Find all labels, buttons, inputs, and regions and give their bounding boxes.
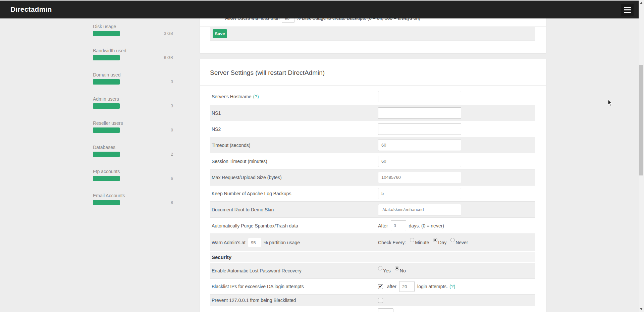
scroll-up-arrow-icon[interactable] xyxy=(640,2,643,4)
row-demo-skin: Document Root to Demo Skin xyxy=(210,201,535,217)
scroll-down-arrow-icon[interactable] xyxy=(640,308,643,310)
radio-label-no[interactable]: No xyxy=(400,268,406,273)
usage-value: 2 xyxy=(171,152,173,157)
usage-value: 8 xyxy=(171,200,173,205)
row-security-header: Security xyxy=(210,252,535,262)
radio-label-never[interactable]: Never xyxy=(455,240,468,245)
prevent-localhost-checkbox[interactable] xyxy=(378,298,383,303)
usage-value: 3 GB xyxy=(164,31,173,36)
help-link[interactable]: (?) xyxy=(253,94,259,99)
row-unblacklist: minutes after the last attempt. (?) xyxy=(210,306,535,312)
settings-rows: Server's Hostname (?) NS1 NS2 Timeout (s… xyxy=(210,89,535,312)
radio-minute[interactable] xyxy=(410,238,414,242)
max-request-input[interactable] xyxy=(378,172,461,183)
demo-skin-input[interactable] xyxy=(378,204,461,215)
session-timeout-input[interactable] xyxy=(378,156,461,167)
unblacklist-minutes-input[interactable] xyxy=(378,308,393,312)
usage-value: 6 xyxy=(171,176,173,181)
ns2-input[interactable] xyxy=(378,123,461,135)
row-session-timeout: Session Timeout (minutes) xyxy=(210,153,535,169)
usage-item-databases: Databases 2 xyxy=(93,144,173,157)
navbar: Directadmin xyxy=(0,0,644,18)
row-label: Document Root to Demo Skin xyxy=(210,207,378,212)
radio-never[interactable] xyxy=(450,238,455,242)
ns1-input[interactable] xyxy=(378,107,461,119)
purge-days-input[interactable] xyxy=(391,220,406,231)
hamburger-icon xyxy=(624,7,631,8)
row-label: Keep Number of Apache Log Backups xyxy=(210,191,378,196)
row-hostname: Server's Hostname (?) xyxy=(210,89,535,105)
usage-bar xyxy=(93,200,120,205)
usage-value: 3 xyxy=(171,104,173,108)
apache-logs-input[interactable] xyxy=(378,188,461,199)
app-title[interactable]: Directadmin xyxy=(10,5,52,13)
sidebar-usage-stats: Disk usage 3 GB Bandwidth used 6 GB Doma… xyxy=(93,23,173,217)
usage-bar xyxy=(93,31,120,36)
help-link[interactable]: (?) xyxy=(449,284,455,289)
check-every-radio-group: Minute Day Never xyxy=(410,240,472,245)
usage-value: 6 GB xyxy=(164,55,173,60)
radio-day[interactable] xyxy=(433,238,437,242)
usage-label: Reseller users xyxy=(93,120,173,126)
usage-label: Domain used xyxy=(93,72,173,78)
warn-percent-input[interactable] xyxy=(248,238,261,247)
row-blacklist-ips: Blacklist IPs for excessive DA login att… xyxy=(210,278,535,294)
blacklist-checkbox[interactable]: ✔ xyxy=(378,284,383,289)
row-label: Blacklist IPs for excessive DA login att… xyxy=(210,284,378,289)
divider xyxy=(200,85,546,86)
usage-label: Ftp accounts xyxy=(93,168,173,174)
usage-item-admins: Admin users 3 xyxy=(93,96,173,109)
hostname-input[interactable] xyxy=(378,91,461,102)
row-prevent-localhost: Prevent 127.0.0.1 from being Blacklisted xyxy=(210,294,535,306)
row-purge-spambox: Automatically Purge Spambox/Trash data A… xyxy=(210,217,535,233)
radio-label-day[interactable]: Day xyxy=(438,240,446,245)
menu-button[interactable] xyxy=(621,4,634,16)
row-label: Timeout (seconds) xyxy=(210,143,378,148)
top-border xyxy=(0,0,644,1)
row-label: Server's Hostname (?) xyxy=(210,94,378,99)
row-lost-password: Enable Automatic Lost Password Recovery … xyxy=(210,263,535,278)
mouse-cursor-icon xyxy=(608,99,613,107)
row-apache-logs: Keep Number of Apache Log Backups xyxy=(210,185,535,201)
hamburger-icon xyxy=(624,9,631,10)
row-label: Warn Admin's at % partition usage xyxy=(210,238,378,247)
usage-label: Disk usage xyxy=(93,23,173,30)
usage-item-domains: Domain used 3 xyxy=(93,72,173,85)
row-label: Automatically Purge Spambox/Trash data xyxy=(210,223,378,228)
save-row: Save xyxy=(210,27,535,41)
radio-yes[interactable] xyxy=(378,266,382,270)
usage-bar xyxy=(93,176,120,181)
row-ns1: NS1 xyxy=(210,105,535,121)
hamburger-icon xyxy=(624,12,631,13)
radio-label-yes[interactable]: Yes xyxy=(383,268,391,273)
usage-label: Databases xyxy=(93,144,173,150)
row-label: Prevent 127.0.0.1 from being Blacklisted xyxy=(210,298,378,303)
row-label: Session Timeout (minutes) xyxy=(210,159,378,164)
usage-value: 0 xyxy=(171,128,173,133)
radio-label-minute[interactable]: Minute xyxy=(415,240,429,245)
row-label: NS2 xyxy=(210,126,378,132)
usage-item-email: Email Accounts 8 xyxy=(93,193,173,205)
timeout-input[interactable] xyxy=(378,140,461,151)
usage-item-ftp: Ftp accounts 6 xyxy=(93,168,173,181)
usage-label: Admin users xyxy=(93,96,173,102)
save-button[interactable]: Save xyxy=(213,29,227,38)
section-title: Server Settings (will restart DirectAdmi… xyxy=(210,69,325,76)
usage-label: Email Accounts xyxy=(93,193,173,199)
scrollbar-thumb[interactable] xyxy=(639,65,643,175)
usage-label: Bandwidth used xyxy=(93,48,173,54)
radio-no[interactable] xyxy=(395,266,399,270)
blacklist-attempts-input[interactable] xyxy=(399,281,415,292)
server-settings-card: Server Settings (will restart DirectAdmi… xyxy=(200,59,546,312)
usage-bar xyxy=(93,55,120,60)
scrollbar[interactable] xyxy=(639,0,644,312)
usage-bar xyxy=(93,79,120,85)
check-every-label: Check Every: xyxy=(378,240,406,245)
usage-bar xyxy=(93,127,120,133)
row-max-request: Max Request/Upload Size (bytes) xyxy=(210,169,535,185)
blacklist-text-after: login attempts. xyxy=(417,284,448,289)
row-ns2: NS2 xyxy=(210,121,535,137)
security-section-title: Security xyxy=(210,254,231,260)
row-label: Max Request/Upload Size (bytes) xyxy=(210,175,378,180)
usage-value: 3 xyxy=(171,80,173,84)
